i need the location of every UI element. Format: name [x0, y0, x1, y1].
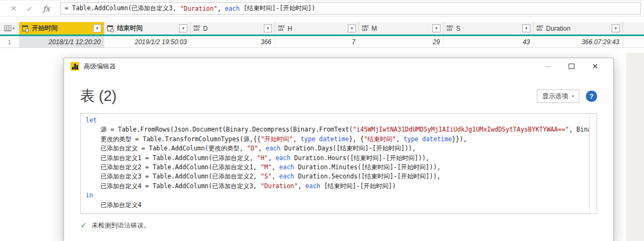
- code-line: 已添加自定义 = Table.AddColumn(更改的类型, "D", eac…: [86, 144, 589, 153]
- advanced-editor-dialog: 高级编辑器 ✕ 表 (2) 显示选项 ▾ ? let 源 = Table.Fro…: [64, 58, 614, 241]
- query-preview-grid: ▾ 开始时间 ▼ 结束时间 ▼ ABC123 D ▼ ABC123 H ▼ AB…: [0, 22, 644, 48]
- row-number[interactable]: 1: [0, 36, 19, 47]
- query-name-heading: 表 (2): [80, 86, 117, 106]
- code-line: 已添加自定义1 = Table.AddColumn(已添加自定义, "H", e…: [86, 154, 589, 163]
- column-header-duration[interactable]: ABC123 Duration ▼: [534, 22, 623, 35]
- column-label: Duration: [546, 25, 570, 32]
- filter-dropdown-icon[interactable]: ▼: [93, 24, 101, 32]
- cell-duration[interactable]: 366.07:29:43: [534, 36, 623, 47]
- filter-dropdown-icon[interactable]: ▼: [432, 24, 440, 32]
- desktop-background: [626, 53, 644, 241]
- filter-dropdown-icon[interactable]: ▼: [348, 24, 356, 32]
- vertical-scrollbar[interactable]: [589, 114, 597, 214]
- filter-dropdown-icon[interactable]: ▼: [179, 24, 187, 32]
- cell-end-time[interactable]: 2019/1/2 19:50:03: [104, 36, 191, 47]
- cell-h[interactable]: 7: [275, 36, 359, 47]
- code-lines[interactable]: let 源 = Table.FromRows(Json.Document(Bin…: [81, 114, 589, 214]
- filter-dropdown-icon[interactable]: ▼: [612, 24, 620, 32]
- help-button[interactable]: ?: [586, 91, 597, 102]
- m-code-editor[interactable]: let 源 = Table.FromRows(Json.Document(Bin…: [80, 113, 597, 214]
- display-options-dropdown[interactable]: 显示选项 ▾: [537, 89, 579, 103]
- chevron-down-icon: ▾: [572, 94, 574, 99]
- maximize-icon: [569, 64, 575, 69]
- grid-header-row: ▾ 开始时间 ▼ 结束时间 ▼ ABC123 D ▼ ABC123 H ▼ AB…: [0, 22, 644, 35]
- code-line: 已添加自定义2 = Table.AddColumn(已添加自定义1, "M", …: [86, 163, 589, 172]
- powerbi-logo-icon: [71, 62, 79, 71]
- column-header-s[interactable]: ABC123 S ▼: [444, 22, 534, 35]
- column-header-h[interactable]: ABC123 H ▼: [275, 22, 359, 35]
- formula-bar-actions: ✕ ✓ ƒx: [0, 4, 60, 13]
- cell-start-time[interactable]: 2018/1/1 12:20:20: [19, 36, 104, 47]
- column-header-start-time[interactable]: 开始时间 ▼: [19, 22, 104, 35]
- code-line: in: [86, 191, 589, 200]
- minimize-icon: [545, 66, 551, 67]
- code-line: 源 = Table.FromRows(Json.Document(Binary.…: [86, 125, 589, 134]
- any-type-icon[interactable]: ABC123: [446, 25, 453, 31]
- dialog-title: 高级编辑器: [83, 62, 116, 71]
- syntax-status: ✓ 未检测到语法错误。: [80, 221, 597, 230]
- column-label: 结束时间: [117, 24, 143, 33]
- column-label: M: [372, 25, 377, 32]
- code-line: let: [86, 116, 589, 125]
- column-label: S: [456, 25, 460, 32]
- formula-input[interactable]: = Table.AddColumn(已添加自定义3, "Duration", e…: [60, 2, 641, 15]
- cell-d[interactable]: 366: [191, 36, 275, 47]
- minimize-button[interactable]: [536, 59, 559, 73]
- any-type-icon[interactable]: ABC123: [193, 25, 200, 31]
- fx-icon[interactable]: ƒx: [43, 4, 50, 13]
- column-header-m[interactable]: ABC123 M ▼: [359, 22, 444, 35]
- datetime-type-icon[interactable]: [22, 25, 29, 32]
- syntax-status-text: 未检测到语法错误。: [92, 221, 150, 230]
- code-line: 更改的类型 = Table.TransformColumnTypes(源,{{"…: [86, 135, 589, 144]
- dialog-titlebar[interactable]: 高级编辑器 ✕: [64, 58, 613, 74]
- filter-dropdown-icon[interactable]: ▼: [522, 24, 530, 32]
- column-header-end-time[interactable]: 结束时间 ▼: [104, 22, 191, 35]
- cell-s[interactable]: 43: [444, 36, 534, 47]
- code-line: 已添加自定义4 = Table.AddColumn(已添加自定义3, "Dura…: [86, 182, 589, 191]
- column-header-d[interactable]: ABC123 D ▼: [191, 22, 275, 35]
- select-all-caret-icon: ▾: [12, 26, 15, 31]
- select-all-cell[interactable]: ▾: [0, 22, 19, 35]
- close-icon: ✕: [592, 63, 598, 70]
- confirm-icon[interactable]: ✓: [26, 4, 33, 13]
- table-select-all-icon: [4, 25, 11, 31]
- datetime-type-icon[interactable]: [107, 25, 114, 32]
- column-label: D: [203, 25, 208, 32]
- code-line: 已添加自定义4: [86, 201, 589, 210]
- formula-bar: ✕ ✓ ƒx = Table.AddColumn(已添加自定义3, "Durat…: [0, 0, 644, 17]
- cancel-icon[interactable]: ✕: [10, 4, 17, 13]
- success-check-icon: ✓: [80, 221, 87, 230]
- close-button[interactable]: ✕: [583, 59, 607, 73]
- code-line: 已添加自定义3 = Table.AddColumn(已添加自定义2, "S", …: [86, 172, 589, 181]
- cell-m[interactable]: 29: [359, 36, 444, 47]
- header-filler: [623, 22, 644, 35]
- any-type-icon[interactable]: ABC123: [536, 25, 543, 31]
- any-type-icon[interactable]: ABC123: [362, 25, 369, 31]
- column-label: H: [288, 25, 292, 32]
- filter-dropdown-icon[interactable]: ▼: [264, 24, 272, 32]
- column-label: 开始时间: [32, 24, 58, 33]
- maximize-button[interactable]: [559, 59, 583, 73]
- table-row: 1 2018/1/1 12:20:20 2019/1/2 19:50:03 36…: [0, 36, 644, 48]
- display-options-label: 显示选项: [542, 92, 568, 101]
- any-type-icon[interactable]: ABC123: [278, 25, 285, 31]
